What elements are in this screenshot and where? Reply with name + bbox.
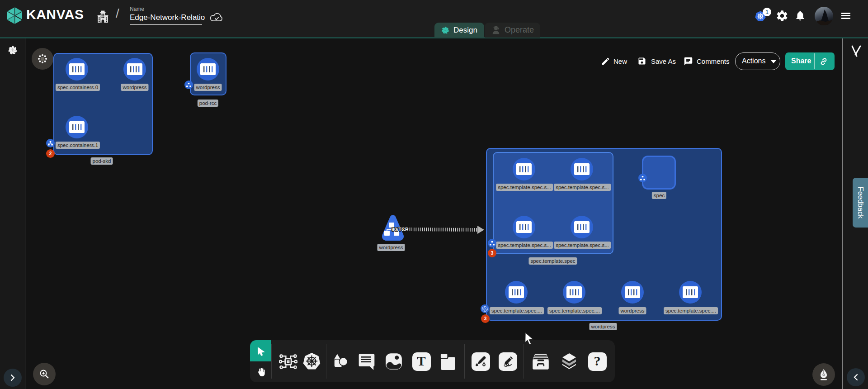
svg-text:80/TCP: 80/TCP — [392, 227, 408, 232]
